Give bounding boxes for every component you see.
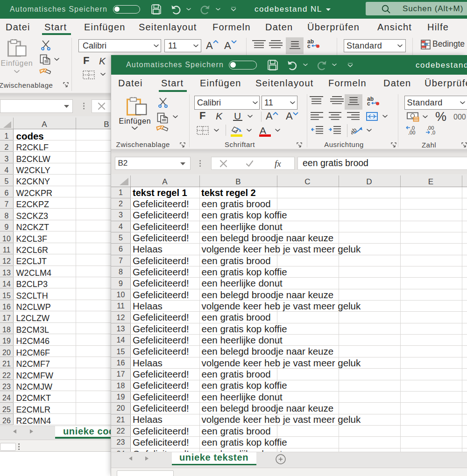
svg-text:c: c <box>367 100 370 106</box>
svg-text:c: c <box>307 43 311 49</box>
svg-text:,00: ,00 <box>408 130 415 135</box>
svg-text:,0: ,0 <box>431 130 435 135</box>
